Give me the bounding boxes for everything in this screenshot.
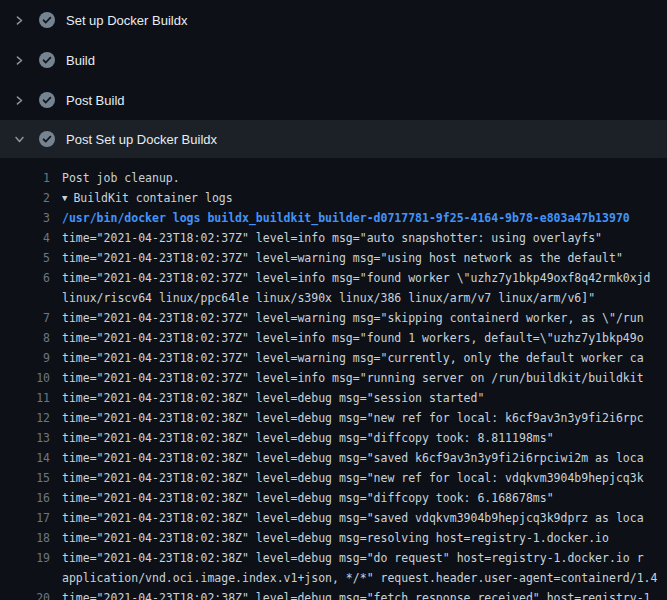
log-line-number[interactable]: 15	[0, 468, 50, 488]
log-line-number[interactable]: 1	[0, 168, 50, 188]
chevron-down-icon	[12, 132, 26, 146]
step-label: Post Build	[66, 93, 125, 108]
log-line-text: time="2021-04-23T18:02:37Z" level=info m…	[62, 268, 667, 288]
step-row-set-up-docker-buildx[interactable]: Set up Docker Buildx	[0, 0, 667, 40]
group-expanded-caret-icon[interactable]: ▼	[62, 188, 67, 208]
log-line-text: time="2021-04-23T18:02:38Z" level=debug …	[62, 548, 667, 568]
log-line-number[interactable]: 20	[0, 588, 50, 600]
step-label: Build	[66, 53, 95, 68]
log-line-number[interactable]: 10	[0, 368, 50, 388]
log-line: 9 time="2021-04-23T18:02:37Z" level=warn…	[0, 348, 667, 368]
log-line-text: time="2021-04-23T18:02:38Z" level=debug …	[62, 468, 667, 488]
log-line: 6 time="2021-04-23T18:02:37Z" level=info…	[0, 268, 667, 288]
log-line: 12 time="2021-04-23T18:02:38Z" level=deb…	[0, 408, 667, 428]
log-line-number[interactable]: 16	[0, 488, 50, 508]
log-area: 1 Post job cleanup. 2 ▼BuildKit containe…	[0, 158, 667, 600]
log-line-text: time="2021-04-23T18:02:37Z" level=warnin…	[62, 248, 667, 268]
log-line-text: application/vnd.oci.image.index.v1+json,…	[62, 568, 667, 588]
log-line: 11 time="2021-04-23T18:02:38Z" level=deb…	[0, 388, 667, 408]
log-line-text: time="2021-04-23T18:02:38Z" level=debug …	[62, 388, 667, 408]
log-line-number[interactable]: 3	[0, 208, 50, 228]
log-line-number[interactable]: 6	[0, 268, 50, 288]
log-line-text: time="2021-04-23T18:02:38Z" level=debug …	[62, 428, 667, 448]
log-line: 13 time="2021-04-23T18:02:38Z" level=deb…	[0, 428, 667, 448]
log-line-number[interactable]: 14	[0, 448, 50, 468]
log-line-text: Post job cleanup.	[62, 168, 667, 188]
log-line-text: time="2021-04-23T18:02:38Z" level=debug …	[62, 508, 667, 528]
step-row-build[interactable]: Build	[0, 40, 667, 80]
log-line-number[interactable]: 17	[0, 508, 50, 528]
check-circle-icon	[39, 92, 55, 108]
step-row-post-set-up-docker-buildx[interactable]: Post Set up Docker Buildx	[0, 120, 667, 158]
log-line-text: time="2021-04-23T18:02:37Z" level=info m…	[62, 328, 667, 348]
chevron-right-icon	[12, 93, 26, 107]
log-line-number[interactable]	[0, 568, 50, 588]
log-line-text: time="2021-04-23T18:02:38Z" level=debug …	[62, 528, 667, 548]
log-line: 3 /usr/bin/docker logs buildx_buildkit_b…	[0, 208, 667, 228]
step-list: Set up Docker Buildx Build Post Build Po…	[0, 0, 667, 158]
chevron-right-icon	[12, 53, 26, 67]
actions-log-viewer: Set up Docker Buildx Build Post Build Po…	[0, 0, 667, 600]
log-line-number[interactable]: 5	[0, 248, 50, 268]
log-line: 8 time="2021-04-23T18:02:37Z" level=info…	[0, 328, 667, 348]
log-line-number[interactable]: 7	[0, 308, 50, 328]
step-label: Post Set up Docker Buildx	[66, 132, 217, 147]
chevron-right-icon	[12, 13, 26, 27]
log-line-number[interactable]: 4	[0, 228, 50, 248]
log-line: 20 time="2021-04-23T18:02:38Z" level=deb…	[0, 588, 667, 600]
log-line-text: time="2021-04-23T18:02:38Z" level=debug …	[62, 408, 667, 428]
log-line: 4 time="2021-04-23T18:02:37Z" level=info…	[0, 228, 667, 248]
log-line-number[interactable]: 11	[0, 388, 50, 408]
check-circle-icon	[39, 131, 55, 147]
check-circle-icon	[39, 52, 55, 68]
log-line: 5 time="2021-04-23T18:02:37Z" level=warn…	[0, 248, 667, 268]
log-line: 18 time="2021-04-23T18:02:38Z" level=deb…	[0, 528, 667, 548]
log-line: 14 time="2021-04-23T18:02:38Z" level=deb…	[0, 448, 667, 468]
log-line-text: time="2021-04-23T18:02:38Z" level=debug …	[62, 488, 667, 508]
log-line: 7 time="2021-04-23T18:02:37Z" level=warn…	[0, 308, 667, 328]
log-line-number[interactable]: 13	[0, 428, 50, 448]
log-line-text: time="2021-04-23T18:02:37Z" level=warnin…	[62, 308, 667, 328]
log-line-number[interactable]: 9	[0, 348, 50, 368]
log-line-number[interactable]: 8	[0, 328, 50, 348]
log-line: 10 time="2021-04-23T18:02:37Z" level=inf…	[0, 368, 667, 388]
step-row-post-build[interactable]: Post Build	[0, 80, 667, 120]
log-line: linux/riscv64 linux/ppc64le linux/s390x …	[0, 288, 667, 308]
log-line-text: time="2021-04-23T18:02:38Z" level=debug …	[62, 448, 667, 468]
log-line-text: linux/riscv64 linux/ppc64le linux/s390x …	[62, 288, 667, 308]
log-line-text: time="2021-04-23T18:02:37Z" level=info m…	[62, 368, 667, 388]
log-line-number[interactable]: 12	[0, 408, 50, 428]
log-line: 19 time="2021-04-23T18:02:38Z" level=deb…	[0, 548, 667, 568]
log-line-number[interactable]	[0, 288, 50, 308]
log-line: application/vnd.oci.image.index.v1+json,…	[0, 568, 667, 588]
check-circle-icon	[39, 12, 55, 28]
log-line-number[interactable]: 18	[0, 528, 50, 548]
log-line: 1 Post job cleanup.	[0, 168, 667, 188]
log-line: 16 time="2021-04-23T18:02:38Z" level=deb…	[0, 488, 667, 508]
log-line-number[interactable]: 19	[0, 548, 50, 568]
log-line-text: ▼BuildKit container logs	[62, 188, 667, 208]
log-line-text: /usr/bin/docker logs buildx_buildkit_bui…	[62, 208, 667, 228]
log-line-text: time="2021-04-23T18:02:37Z" level=info m…	[62, 228, 667, 248]
log-line: 17 time="2021-04-23T18:02:38Z" level=deb…	[0, 508, 667, 528]
log-group-toggle[interactable]: 2 ▼BuildKit container logs	[0, 188, 667, 208]
step-label: Set up Docker Buildx	[66, 13, 187, 28]
log-line-text: time="2021-04-23T18:02:38Z" level=debug …	[62, 588, 667, 600]
log-line-text: time="2021-04-23T18:02:37Z" level=warnin…	[62, 348, 667, 368]
log-line-number[interactable]: 2	[0, 188, 50, 208]
log-line: 15 time="2021-04-23T18:02:38Z" level=deb…	[0, 468, 667, 488]
